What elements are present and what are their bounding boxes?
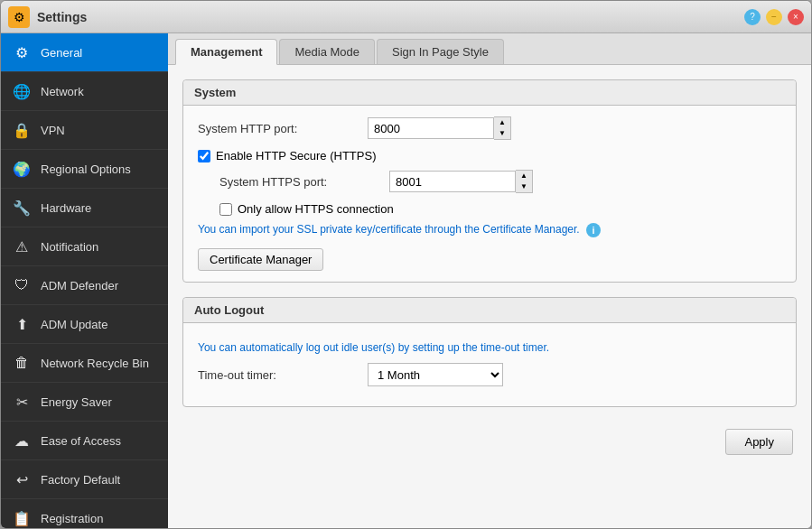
https-port-input-group: ▲ ▼ <box>389 170 533 193</box>
system-section-body: System HTTP port: ▲ ▼ <box>183 106 796 282</box>
sidebar-label-ease-of-access: Ease of Access <box>41 434 121 448</box>
tab-bar: Management Media Mode Sign In Page Style <box>168 33 811 65</box>
sidebar-label-notification: Notification <box>41 240 98 254</box>
ease-of-access-icon: ☁ <box>12 431 32 450</box>
hardware-icon: 🔧 <box>12 198 32 218</box>
https-port-label: System HTTPS port: <box>219 175 382 189</box>
https-port-spinners: ▲ ▼ <box>516 170 533 193</box>
titlebar: ⚙ Settings ? − × <box>1 1 811 33</box>
sidebar-item-ease-of-access[interactable]: ☁ Ease of Access <box>1 422 168 460</box>
sidebar-item-adm-defender[interactable]: 🛡 ADM Defender <box>1 266 168 305</box>
http-port-spinners: ▲ ▼ <box>494 116 511 140</box>
sidebar-item-registration[interactable]: 📋 Registration <box>1 499 168 528</box>
tab-content-management: System System HTTP port: ▲ ▼ <box>168 65 811 528</box>
adm-defender-icon: 🛡 <box>12 275 32 295</box>
http-port-down-button[interactable]: ▼ <box>494 128 510 139</box>
settings-window: ⚙ Settings ? − × ⚙ General 🌐 Network 🔒 V… <box>0 0 812 529</box>
help-button[interactable]: ? <box>744 9 761 25</box>
auto-logout-section: Auto Logout You can automatically log ou… <box>182 297 797 407</box>
sidebar-label-vpn: VPN <box>41 124 65 137</box>
sidebar-item-factory-default[interactable]: ↩ Factory Default <box>1 460 168 499</box>
enable-https-label: Enable HTTP Secure (HTTPS) <box>216 149 376 162</box>
window-title: Settings <box>37 10 744 24</box>
timer-label: Time-out timer: <box>198 368 360 382</box>
energy-saver-icon: ✂ <box>12 392 32 412</box>
only-https-checkbox[interactable] <box>219 203 232 216</box>
https-port-input[interactable] <box>389 171 516 192</box>
vpn-icon: 🔒 <box>12 120 32 140</box>
sidebar-label-network-recycle: Network Recycle Bin <box>41 357 149 370</box>
notification-icon: ⚠ <box>12 237 32 256</box>
general-icon: ⚙ <box>12 42 32 62</box>
main-content: ⚙ General 🌐 Network 🔒 VPN 🌍 Regional Opt… <box>1 33 811 528</box>
sidebar-item-adm-update[interactable]: ⬆ ADM Update <box>1 305 168 344</box>
apply-button[interactable]: Apply <box>725 429 793 455</box>
sidebar-label-hardware: Hardware <box>41 201 91 215</box>
sidebar-item-vpn[interactable]: 🔒 VPN <box>1 111 168 150</box>
timer-select[interactable]: Never 5 Minutes 10 Minutes 30 Minutes 1 … <box>368 363 503 386</box>
sidebar-label-general: General <box>41 46 82 60</box>
sidebar-item-notification[interactable]: ⚠ Notification <box>1 227 168 266</box>
tab-media-mode[interactable]: Media Mode <box>279 39 375 64</box>
sidebar-label-registration: Registration <box>41 512 103 525</box>
sidebar-item-network[interactable]: 🌐 Network <box>1 72 168 111</box>
network-recycle-icon: 🗑 <box>12 353 32 373</box>
sidebar-item-regional[interactable]: 🌍 Regional Options <box>1 150 168 189</box>
only-https-label: Only allow HTTPS connection <box>238 202 394 216</box>
sidebar-label-energy-saver: Energy Saver <box>41 395 112 409</box>
registration-icon: 📋 <box>12 508 32 528</box>
sidebar-item-energy-saver[interactable]: ✂ Energy Saver <box>1 383 168 422</box>
only-https-row: Only allow HTTPS connection <box>198 202 781 216</box>
adm-update-icon: ⬆ <box>12 314 32 334</box>
auto-logout-section-title: Auto Logout <box>183 298 796 323</box>
network-icon: 🌐 <box>12 81 32 101</box>
sidebar-item-general[interactable]: ⚙ General <box>1 33 168 72</box>
sidebar-label-adm-update: ADM Update <box>41 318 107 331</box>
timer-row: Time-out timer: Never 5 Minutes 10 Minut… <box>198 363 781 386</box>
http-port-input-group: ▲ ▼ <box>368 116 511 140</box>
minimize-button[interactable]: − <box>766 9 782 25</box>
http-port-label: System HTTP port: <box>198 122 360 135</box>
enable-https-checkbox[interactable] <box>198 150 210 162</box>
sidebar-item-hardware[interactable]: 🔧 Hardware <box>1 189 168 227</box>
sidebar-item-network-recycle[interactable]: 🗑 Network Recycle Bin <box>1 344 168 383</box>
enable-https-row: Enable HTTP Secure (HTTPS) <box>198 149 781 162</box>
regional-icon: 🌍 <box>12 159 32 179</box>
close-button[interactable]: × <box>788 9 804 25</box>
sidebar-label-regional: Regional Options <box>41 162 131 176</box>
info-icon: i <box>586 223 601 237</box>
sidebar-label-network: Network <box>41 85 84 98</box>
http-port-input[interactable] <box>368 117 494 139</box>
tab-sign-in-page[interactable]: Sign In Page Style <box>377 39 504 64</box>
ssl-info-text: You can import your SSL private key/cert… <box>198 223 781 237</box>
https-port-up-button[interactable]: ▲ <box>516 171 532 181</box>
sidebar: ⚙ General 🌐 Network 🔒 VPN 🌍 Regional Opt… <box>1 33 168 528</box>
right-panel: Management Media Mode Sign In Page Style… <box>168 33 811 528</box>
system-section-title: System <box>183 80 796 106</box>
http-port-up-button[interactable]: ▲ <box>494 117 510 128</box>
app-icon: ⚙ <box>8 6 30 28</box>
http-port-row: System HTTP port: ▲ ▼ <box>198 116 781 140</box>
titlebar-buttons: ? − × <box>744 9 804 25</box>
certificate-manager-button[interactable]: Certificate Manager <box>198 248 323 271</box>
factory-default-icon: ↩ <box>12 469 32 489</box>
https-port-down-button[interactable]: ▼ <box>516 181 532 192</box>
auto-logout-info-text: You can automatically log out idle user(… <box>198 341 781 354</box>
sidebar-label-factory-default: Factory Default <box>41 473 120 487</box>
tab-management[interactable]: Management <box>175 39 277 65</box>
https-port-row: System HTTPS port: ▲ ▼ <box>198 170 781 193</box>
auto-logout-section-body: You can automatically log out idle user(… <box>183 323 796 406</box>
sidebar-label-adm-defender: ADM Defender <box>41 279 118 292</box>
system-section: System System HTTP port: ▲ ▼ <box>182 79 797 283</box>
